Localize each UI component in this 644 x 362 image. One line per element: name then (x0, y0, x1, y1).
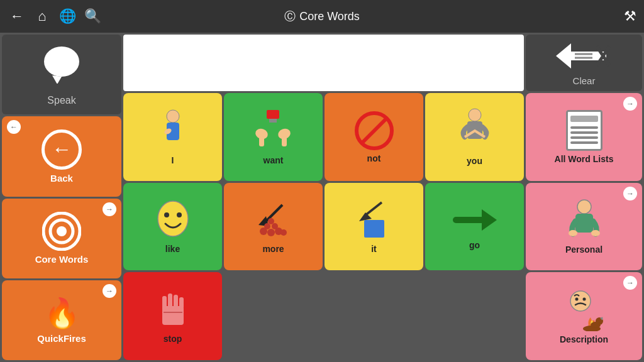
I-icon (154, 109, 192, 153)
back-label: Back (50, 173, 73, 184)
cell-more[interactable]: more (224, 183, 323, 271)
clear-label: Clear (573, 75, 596, 86)
cell-stop[interactable]: stop (123, 272, 222, 360)
it-icon (355, 199, 393, 241)
clear-icon (556, 40, 613, 72)
notebook-icon (566, 110, 602, 151)
svg-rect-40 (179, 297, 184, 309)
go-icon (453, 203, 497, 238)
more-label: more (262, 244, 284, 254)
quickfires-button[interactable]: → 🔥 QuickFires (2, 280, 121, 360)
personal-arrow-icon: → (623, 187, 637, 200)
svg-point-0 (44, 47, 79, 77)
svg-rect-14 (282, 136, 287, 146)
personal-button[interactable]: → Personal (526, 183, 642, 271)
top-bar-right: ⚒ (624, 8, 636, 25)
description-button[interactable]: → Descrip (526, 272, 642, 360)
want-label: want (264, 155, 284, 165)
svg-point-17 (469, 109, 481, 121)
back-left-arrow-icon: ← (7, 120, 21, 134)
back-button[interactable]: ← ← Back (2, 116, 121, 196)
svg-point-51 (591, 230, 600, 236)
right-panel: Clear → All Word Lists → (526, 35, 642, 360)
cell-like[interactable]: like (123, 183, 222, 271)
cell-I[interactable]: I (123, 93, 222, 181)
svg-point-54 (582, 297, 586, 300)
top-bar: ← ⌂ 🌐 🔍 Ⓒ Core Words ⚒ (0, 0, 644, 33)
speak-icon (40, 43, 84, 91)
svg-point-21 (177, 212, 182, 217)
personal-label: Personal (565, 244, 602, 255)
cell-it[interactable]: it (325, 183, 423, 271)
home-icon[interactable]: ⌂ (33, 8, 52, 25)
not-icon (354, 111, 394, 151)
svg-point-19 (158, 201, 188, 236)
go-label: go (469, 240, 480, 250)
quickfires-arrow-icon: → (103, 284, 116, 298)
back-circle-icon: ← (42, 129, 82, 170)
all-word-lists-button[interactable]: → All Word Lists (526, 93, 642, 181)
back-nav-icon[interactable]: ← (8, 8, 26, 25)
svg-line-16 (362, 118, 387, 143)
you-label: you (467, 156, 482, 166)
svg-point-27 (264, 223, 270, 229)
svg-point-28 (272, 223, 278, 229)
center-panel: I want (123, 35, 524, 360)
personal-icon (565, 199, 603, 241)
svg-point-29 (268, 218, 274, 224)
cell-go[interactable]: go (425, 183, 524, 271)
svg-rect-38 (168, 293, 172, 309)
core-words-label: Core Words (35, 254, 89, 265)
svg-point-57 (591, 322, 601, 328)
all-word-lists-arrow-icon: → (623, 97, 637, 111)
it-label: it (371, 244, 377, 254)
description-icon (563, 288, 606, 331)
svg-rect-9 (267, 110, 279, 119)
globe-icon[interactable]: 🌐 (58, 8, 77, 25)
svg-point-4 (57, 226, 67, 236)
svg-rect-12 (259, 136, 264, 146)
fire-icon: 🔥 (44, 296, 80, 330)
core-words-button[interactable]: → Core Words (2, 199, 121, 278)
nav-icons: ← ⌂ 🌐 🔍 (8, 8, 102, 25)
svg-rect-33 (364, 220, 384, 238)
like-icon (154, 199, 192, 241)
svg-rect-49 (575, 214, 593, 233)
svg-point-50 (569, 230, 577, 236)
svg-point-30 (280, 229, 287, 236)
svg-rect-39 (174, 295, 178, 309)
svg-point-5 (167, 110, 179, 123)
svg-rect-37 (162, 296, 167, 310)
core-words-arrow-icon: → (103, 202, 116, 216)
left-panel: Speak ← ← Back → Core Words → 🔥 QuickFir… (2, 35, 121, 360)
svg-point-48 (577, 200, 591, 214)
all-word-lists-label: All Word Lists (555, 154, 614, 164)
svg-marker-1 (52, 75, 62, 84)
page-title: Ⓒ Core Words (284, 9, 360, 24)
speak-button[interactable]: Speak (2, 35, 121, 114)
word-grid: I want (123, 93, 524, 360)
description-label: Description (560, 334, 608, 344)
bullseye-icon (42, 212, 81, 251)
title-icon: Ⓒ (284, 9, 296, 24)
svg-point-25 (267, 229, 275, 236)
speak-label: Speak (47, 95, 75, 106)
svg-marker-32 (359, 212, 372, 221)
search-icon[interactable]: 🔍 (83, 8, 102, 25)
right-categories-grid: → All Word Lists → (526, 93, 642, 360)
svg-marker-35 (482, 209, 497, 231)
stop-label: stop (164, 334, 182, 344)
cell-you[interactable]: you (425, 93, 524, 181)
clear-button[interactable]: Clear (526, 35, 642, 91)
cell-want[interactable]: want (224, 93, 323, 181)
not-label: not (367, 153, 381, 163)
main-area: Speak ← ← Back → Core Words → 🔥 QuickFir… (0, 33, 644, 362)
want-icon (253, 109, 294, 153)
cell-not[interactable]: not (325, 93, 423, 181)
text-display[interactable] (123, 35, 524, 91)
you-icon (456, 108, 494, 153)
description-arrow-icon: → (623, 276, 637, 290)
settings-icon[interactable]: ⚒ (624, 8, 636, 24)
svg-point-52 (570, 291, 591, 311)
like-label: like (165, 244, 180, 254)
